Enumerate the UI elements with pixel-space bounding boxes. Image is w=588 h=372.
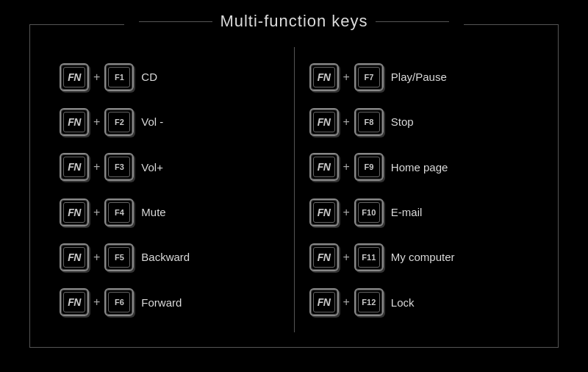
fkey-f6: F6 [104,288,134,316]
key-label-f4: Mute [141,206,165,218]
fkey-f8: F8 [354,108,384,136]
key-row-f3: FN+F3Vol+ [60,153,279,181]
plus-sign-f8: + [343,115,350,129]
fn-key-f6: FN [60,288,89,316]
key-row-f2: FN+F2Vol - [60,108,279,136]
key-row-f10: FN+F10E-mail [309,198,529,226]
key-row-f4: FN+F4Mute [60,198,279,226]
key-label-f6: Forward [141,296,182,309]
key-label-f2: Vol - [141,115,163,128]
fn-key-f7: FN [309,63,339,91]
plus-sign-f6: + [93,296,100,309]
main-container: Multi-function keys FN+F1CDFN+F2Vol -FN+… [29,24,559,348]
plus-sign-f9: + [343,160,350,174]
plus-sign-f12: + [343,296,350,309]
key-row-f12: FN+F12Lock [309,288,529,316]
plus-sign-f10: + [343,206,350,219]
title-line-right [376,21,449,22]
plus-sign-f3: + [93,160,100,174]
key-row-f8: FN+F8Stop [309,108,529,136]
plus-sign-f1: + [93,71,100,84]
fkey-f9: F9 [354,153,384,181]
fkey-f2: F2 [104,108,134,136]
fkey-f4: F4 [104,198,134,226]
fkey-f11: F11 [354,243,384,271]
fn-key-f1: FN [60,63,89,91]
key-row-f11: FN+F11My computer [309,243,529,271]
key-row-f6: FN+F6Forward [60,288,279,316]
plus-sign-f11: + [343,251,350,264]
left-column: FN+F1CDFN+F2Vol -FN+F3Vol+FN+F4MuteFN+F5… [45,47,295,332]
key-label-f9: Home page [391,161,448,174]
key-label-f7: Play/Pause [391,71,447,83]
key-row-f1: FN+F1CD [60,63,279,91]
page-title: Multi-function keys [220,12,368,31]
key-label-f5: Backward [141,251,190,263]
fn-key-f12: FN [309,288,339,316]
key-row-f7: FN+F7Play/Pause [309,63,529,91]
fkey-f5: F5 [104,243,134,271]
key-label-f3: Vol+ [141,161,163,174]
plus-sign-f7: + [343,71,350,84]
key-label-f8: Stop [391,115,414,128]
fkey-f1: F1 [104,63,134,91]
plus-sign-f4: + [93,206,100,219]
fn-key-f4: FN [60,198,89,226]
key-label-f12: Lock [391,296,415,309]
fkey-f7: F7 [354,63,384,91]
plus-sign-f5: + [93,251,100,264]
fkey-f3: F3 [104,153,134,181]
fn-key-f3: FN [60,153,89,181]
key-row-f9: FN+F9Home page [309,153,529,181]
title-line-left [139,21,212,22]
key-row-f5: FN+F5Backward [60,243,279,271]
fn-key-f9: FN [309,153,339,181]
fkey-f10: F10 [354,198,384,226]
fn-key-f8: FN [309,108,339,136]
key-label-f11: My computer [391,251,455,263]
plus-sign-f2: + [93,115,100,129]
key-label-f1: CD [141,71,157,83]
key-label-f10: E-mail [391,206,423,218]
fkey-f12: F12 [354,288,384,316]
right-column: FN+F7Play/PauseFN+F8StopFN+F9Home pageFN… [295,47,544,332]
fn-key-f2: FN [60,108,89,136]
fn-key-f10: FN [309,198,339,226]
keys-grid: FN+F1CDFN+F2Vol -FN+F3Vol+FN+F4MuteFN+F5… [30,25,558,347]
title-bar: Multi-function keys [124,12,463,31]
fn-key-f11: FN [309,243,339,271]
fn-key-f5: FN [60,243,89,271]
